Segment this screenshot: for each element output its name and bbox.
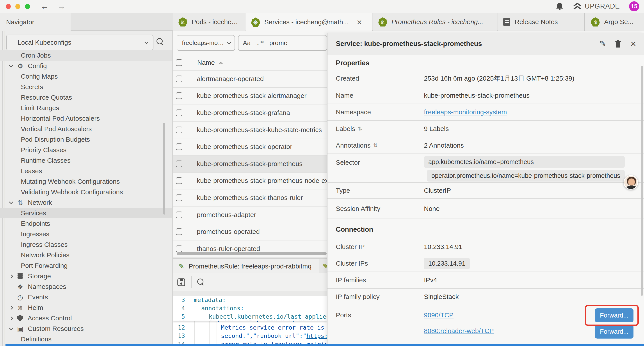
table-row[interactable]: kube-prometheus-stack-thanos-ruler: [173, 189, 327, 207]
expand-collapse-icon[interactable]: ⇅: [358, 126, 362, 132]
services-search-input[interactable]: Aa .* prome: [238, 35, 327, 51]
sidebar-item-runtime-classes[interactable]: Runtime Classes: [0, 155, 172, 166]
yaml-editor[interactable]: 110","for":"1m","labels":{"service": 12M…: [173, 296, 327, 344]
traffic-light-close-icon[interactable]: [6, 4, 11, 9]
namespace-link[interactable]: freeleaps-monitoring-system: [424, 108, 507, 116]
sidebar-item-ingress-classes[interactable]: Ingress Classes: [0, 239, 172, 250]
tab-navigator[interactable]: Navigator: [0, 13, 70, 31]
table-row[interactable]: kube-prometheus-stack-kube-state-metrics: [173, 122, 327, 139]
sidebar-item-pod-disruption-budgets[interactable]: Pod Disruption Budgets: [0, 134, 172, 145]
kubernetes-icon: ⎈: [251, 17, 260, 27]
match-case-toggle[interactable]: Aa: [243, 39, 250, 47]
sidebar-item-ingresses[interactable]: Ingresses: [0, 229, 172, 239]
sidebar-item-network-policies[interactable]: Network Policies: [0, 250, 172, 260]
row-checkbox[interactable]: [176, 228, 182, 235]
selector-chip[interactable]: app.kubernetes.io/name=prometheus: [424, 156, 625, 168]
sidebar-item-mutating-webhook-configurations[interactable]: Mutating Webhook Configurations: [0, 176, 172, 187]
table-row[interactable]: prometheus-adapter: [173, 207, 327, 224]
close-panel-button[interactable]: ×: [630, 39, 636, 49]
sidebar-group-config[interactable]: ⚙Config: [0, 61, 172, 71]
tab-release-notes[interactable]: Release Notes: [498, 13, 585, 31]
tab-argo[interactable]: ⎈ Argo Se...: [585, 13, 644, 31]
sidebar-item-definitions[interactable]: Definitions: [0, 334, 172, 345]
edit-button[interactable]: ✎: [599, 39, 606, 48]
tab-prometheus-rules[interactable]: ⎈ Prometheus Rules - icecheng...: [373, 13, 497, 31]
sidebar-item-resource-quotas[interactable]: Resource Quotas: [0, 92, 172, 103]
sidebar-item-secrets[interactable]: Secrets: [0, 82, 172, 92]
table-row[interactable]: prometheus-operated: [173, 223, 327, 240]
sidebar-group-storage[interactable]: Storage: [0, 271, 172, 281]
expand-collapse-icon[interactable]: ⇅: [373, 142, 378, 148]
regex-toggle[interactable]: .*: [256, 39, 264, 47]
forward-port-button-9090[interactable]: Forward...: [595, 308, 634, 322]
row-checkbox[interactable]: [176, 212, 182, 218]
row-checkbox[interactable]: [176, 92, 182, 99]
sidebar-item-events[interactable]: ◷Events: [0, 292, 172, 303]
row-checkbox[interactable]: [176, 246, 182, 252]
kubeconfig-selector[interactable]: Local Kubeconfigs: [6, 34, 154, 50]
sidebar-search-button[interactable]: [156, 38, 163, 45]
sidebar-group-custom-resources[interactable]: ▣Custom Resources: [0, 324, 172, 334]
save-button[interactable]: [177, 278, 186, 287]
editor-search-button[interactable]: [197, 279, 204, 286]
selector-chip[interactable]: operator.prometheus.io/name=kube-prometh…: [427, 170, 625, 182]
close-tab-icon[interactable]: ×: [357, 17, 362, 27]
sidebar-item-limit-ranges[interactable]: Limit Ranges: [0, 103, 172, 113]
table-row[interactable]: kube-prometheus-stack-operator: [173, 138, 327, 155]
sidebar-item-validating-webhook-configurations[interactable]: Validating Webhook Configurations: [0, 187, 172, 197]
row-checkbox[interactable]: [176, 75, 182, 82]
name-column-header[interactable]: Name: [197, 59, 215, 66]
runbook-url-link[interactable]: https://net: [306, 333, 327, 339]
sidebar-group-access-control[interactable]: Access Control: [0, 313, 172, 324]
forward-button[interactable]: →: [58, 2, 66, 11]
delete-button[interactable]: [615, 40, 622, 48]
gears-icon: ⚙: [16, 62, 24, 70]
table-row[interactable]: kube-prometheus-stack-prometheus-node-ex…: [173, 173, 327, 190]
sidebar-group-helm[interactable]: ⎈Helm: [0, 303, 172, 313]
table-row[interactable]: kube-prometheus-stack-alertmanager: [173, 88, 327, 105]
back-button[interactable]: ←: [40, 2, 49, 11]
table-row[interactable]: alertmanager-operated: [173, 70, 327, 88]
row-checkbox[interactable]: [176, 161, 182, 167]
sidebar-item-port-forwarding[interactable]: Port Forwarding: [0, 260, 172, 271]
sidebar-item-services[interactable]: Services: [0, 208, 172, 218]
namespace-filter-select[interactable]: freeleaps-monitoring-system: [177, 35, 235, 51]
tab-pods[interactable]: ⎈ Pods - icecheng@mathmas...: [173, 13, 245, 31]
table-row-selected[interactable]: kube-prometheus-stack-prometheus: [173, 155, 327, 173]
row-checkbox[interactable]: [176, 194, 182, 201]
cluster-ip-chip[interactable]: 10.233.14.91: [424, 258, 470, 269]
row-checkbox[interactable]: [176, 177, 182, 184]
traffic-light-zoom-icon[interactable]: [25, 4, 30, 9]
editor-tab-partial[interactable]: ✎: [320, 259, 327, 273]
horizontal-scrollbar[interactable]: [177, 252, 326, 255]
forward-port-button-8080[interactable]: Forward...: [595, 325, 634, 339]
sidebar-item-namespaces[interactable]: ❖Namespaces: [0, 281, 172, 292]
row-checkbox[interactable]: [176, 109, 182, 116]
port-link-9090[interactable]: 9090/TCP: [424, 311, 494, 319]
sidebar-item-priority-classes[interactable]: Priority Classes: [0, 145, 172, 155]
sidebar-item-cron-jobs[interactable]: Cron Jobs: [0, 50, 172, 61]
detail-header: Service: kube-prometheus-stack-prometheu…: [328, 33, 644, 55]
traffic-light-minimize-icon[interactable]: [15, 4, 20, 9]
kubernetes-icon: ⎈: [591, 17, 600, 26]
sidebar-item-endpoints[interactable]: Endpoints: [0, 218, 172, 229]
notification-count-badge[interactable]: 15: [629, 1, 639, 11]
tab-services[interactable]: ⎈ Services - icecheng@math... ×: [246, 13, 372, 31]
sidebar-scrollbar[interactable]: [163, 123, 165, 215]
upgrade-button[interactable]: UPGRADE: [573, 2, 620, 10]
document-icon: [503, 18, 510, 26]
table-row[interactable]: kube-prometheus-stack-grafana: [173, 104, 327, 122]
sidebar-group-network[interactable]: ⇅Network: [0, 197, 172, 208]
row-checkbox[interactable]: [176, 143, 182, 150]
row-checkbox[interactable]: [176, 127, 182, 133]
bell-icon[interactable]: [556, 2, 564, 11]
select-all-checkbox[interactable]: [176, 59, 182, 66]
editor-tab-prometheusrule[interactable]: ✎ PrometheusRule: freeleaps-prod-rabbitm…: [173, 259, 319, 273]
sidebar-item-config-maps[interactable]: Config Maps: [0, 71, 172, 82]
detail-scrollbar[interactable]: [641, 66, 643, 296]
sidebar-item-horizontal-pod-autoscalers[interactable]: Horizontal Pod Autoscalers: [0, 113, 172, 124]
sidebar-item-vertical-pod-autoscalers[interactable]: Vertical Pod Autoscalers: [0, 124, 172, 134]
avatar[interactable]: [624, 175, 638, 190]
sidebar-item-leases[interactable]: Leases: [0, 166, 172, 176]
port-link-8080[interactable]: 8080:reloader-web/TCP: [424, 327, 494, 335]
